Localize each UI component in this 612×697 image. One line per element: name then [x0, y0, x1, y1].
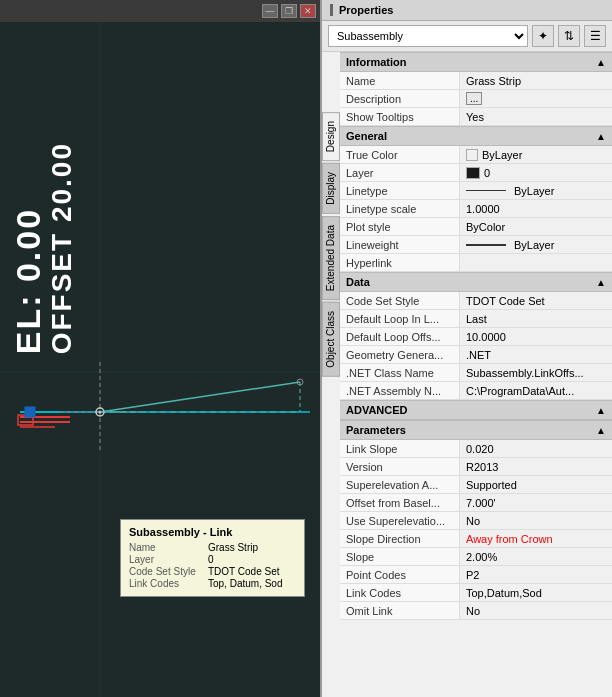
prop-label-link-codes: Link Codes	[340, 584, 460, 601]
prop-value-linetype-scale: 1.0000	[460, 200, 612, 217]
subassembly-tooltip: Subassembly - Link Name Grass Strip Laye…	[120, 519, 305, 597]
linetype-line	[466, 190, 506, 191]
section-general-arrow[interactable]: ▲	[596, 131, 606, 142]
prop-label-show-tooltips: Show Tooltips	[340, 108, 460, 125]
section-advanced: ADVANCED ▲	[340, 400, 612, 420]
category-dropdown[interactable]: Subassembly	[328, 25, 528, 47]
lineweight-text: ByLayer	[514, 239, 554, 251]
tooltip-value-layer: 0	[208, 554, 214, 565]
section-advanced-arrow[interactable]: ▲	[596, 405, 606, 416]
prop-label-slope-direction: Slope Direction	[340, 530, 460, 547]
prop-true-color: True Color ByLayer	[340, 146, 612, 164]
side-tabs: Design Display Extended Data Object Clas…	[322, 112, 340, 379]
prop-value-code-set-style: TDOT Code Set	[460, 292, 612, 309]
prop-value-net-class-name: Subassembly.LinkOffs...	[460, 364, 612, 381]
section-data-arrow[interactable]: ▲	[596, 277, 606, 288]
toolbar-btn-1[interactable]: ✦	[532, 25, 554, 47]
section-data-label: Data	[346, 276, 370, 288]
prop-value-superelevation-a: Supported	[460, 476, 612, 493]
prop-default-loop-in: Default Loop In L... Last	[340, 310, 612, 328]
prop-label-default-loop-in: Default Loop In L...	[340, 310, 460, 327]
prop-label-omit-link: Omit Link	[340, 602, 460, 619]
prop-value-lineweight: ByLayer	[460, 236, 612, 253]
section-general-label: General	[346, 130, 387, 142]
prop-link-codes: Link Codes Top,Datum,Sod	[340, 584, 612, 602]
section-parameters-arrow[interactable]: ▲	[596, 425, 606, 436]
color-swatch	[466, 149, 478, 161]
minimize-button[interactable]: —	[262, 4, 278, 18]
prop-value-offset-from-base: 7.000'	[460, 494, 612, 511]
properties-content: Information ▲ Name Grass Strip Descripti…	[340, 52, 612, 697]
prop-omit-link: Omit Link No	[340, 602, 612, 620]
prop-net-class-name: .NET Class Name Subassembly.LinkOffs...	[340, 364, 612, 382]
tooltip-row-layer: Layer 0	[129, 554, 296, 565]
cad-viewport: — ❐ ✕	[0, 0, 320, 697]
tooltip-value-linkcodes: Top, Datum, Sod	[208, 578, 282, 589]
dropdown-bar: Subassembly ✦ ⇅ ☰	[322, 21, 612, 52]
restore-button[interactable]: ❐	[281, 4, 297, 18]
tab-display[interactable]: Display	[322, 163, 340, 214]
prop-label-lineweight: Lineweight	[340, 236, 460, 253]
tooltip-row-codeset: Code Set Style TDOT Code Set	[129, 566, 296, 577]
prop-label-superelevation-a: Superelevation A...	[340, 476, 460, 493]
layer-text: 0	[484, 167, 490, 179]
tooltip-value-name: Grass Strip	[208, 542, 258, 553]
prop-value-show-tooltips: Yes	[460, 108, 612, 125]
tab-object-class[interactable]: Object Class	[322, 302, 340, 377]
prop-value-default-loop-offs: 10.0000	[460, 328, 612, 345]
svg-line-3	[100, 382, 300, 412]
prop-value-description: ...	[460, 90, 612, 107]
prop-show-tooltips: Show Tooltips Yes	[340, 108, 612, 126]
prop-description: Description ...	[340, 90, 612, 108]
prop-hyperlink: Hyperlink	[340, 254, 612, 272]
tooltip-row-linkcodes: Link Codes Top, Datum, Sod	[129, 578, 296, 589]
prop-value-omit-link: No	[460, 602, 612, 619]
tooltip-title: Subassembly - Link	[129, 526, 296, 538]
prop-label-geometry-genera: Geometry Genera...	[340, 346, 460, 363]
toolbar-btn-2[interactable]: ⇅	[558, 25, 580, 47]
prop-plot-style: Plot style ByColor	[340, 218, 612, 236]
prop-version: Version R2013	[340, 458, 612, 476]
prop-label-default-loop-offs: Default Loop Offs...	[340, 328, 460, 345]
section-parameters: Parameters ▲	[340, 420, 612, 440]
prop-value-link-slope: 0.020	[460, 440, 612, 457]
toolbar-btn-3[interactable]: ☰	[584, 25, 606, 47]
true-color-text: ByLayer	[482, 149, 522, 161]
prop-value-use-superelevation: No	[460, 512, 612, 529]
prop-linetype-scale: Linetype scale 1.0000	[340, 200, 612, 218]
tooltip-value-codeset: TDOT Code Set	[208, 566, 280, 577]
tooltip-label-layer: Layer	[129, 554, 204, 565]
prop-slope-direction: Slope Direction Away from Crown	[340, 530, 612, 548]
section-data: Data ▲	[340, 272, 612, 292]
prop-value-hyperlink	[460, 254, 612, 271]
section-information-arrow[interactable]: ▲	[596, 57, 606, 68]
linetype-text: ByLayer	[514, 185, 554, 197]
prop-label-plot-style: Plot style	[340, 218, 460, 235]
prop-label-link-slope: Link Slope	[340, 440, 460, 457]
prop-value-name: Grass Strip	[460, 72, 612, 89]
svg-rect-11	[25, 407, 35, 417]
prop-label-linetype-scale: Linetype scale	[340, 200, 460, 217]
prop-label-layer: Layer	[340, 164, 460, 181]
prop-label-name: Name	[340, 72, 460, 89]
section-information-label: Information	[346, 56, 407, 68]
prop-superelevation-a: Superelevation A... Supported	[340, 476, 612, 494]
tooltip-label-linkcodes: Link Codes	[129, 578, 204, 589]
tab-extended-data[interactable]: Extended Data	[322, 216, 340, 300]
section-parameters-label: Parameters	[346, 424, 406, 436]
title-bar: — ❐ ✕	[0, 0, 320, 22]
prop-label-net-assembly: .NET Assembly N...	[340, 382, 460, 399]
prop-use-superelevation: Use Superelevatio... No	[340, 512, 612, 530]
prop-point-codes: Point Codes P2	[340, 566, 612, 584]
prop-value-slope-direction: Away from Crown	[460, 530, 612, 547]
prop-label-point-codes: Point Codes	[340, 566, 460, 583]
description-icon[interactable]: ...	[466, 92, 482, 105]
prop-label-slope: Slope	[340, 548, 460, 565]
tooltip-label-name: Name	[129, 542, 204, 553]
tab-design[interactable]: Design	[322, 112, 340, 161]
prop-value-version: R2013	[460, 458, 612, 475]
lineweight-line	[466, 244, 506, 246]
prop-layer: Layer 0	[340, 164, 612, 182]
prop-name: Name Grass Strip	[340, 72, 612, 90]
close-button[interactable]: ✕	[300, 4, 316, 18]
